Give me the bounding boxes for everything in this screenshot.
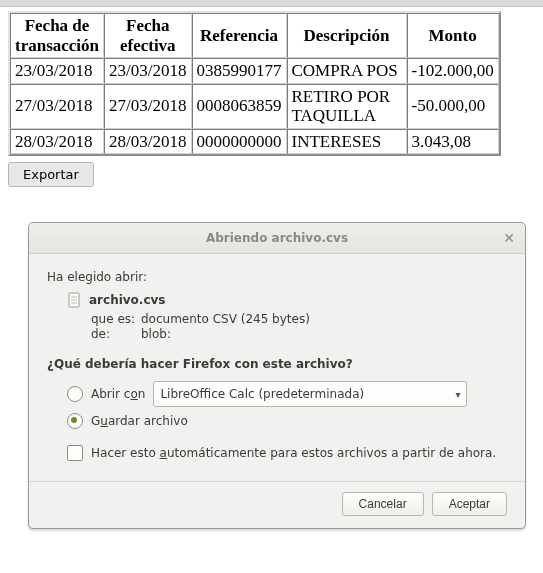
radio-save-file[interactable]	[67, 413, 83, 429]
dialog-separator	[29, 481, 525, 482]
que-es-value: documento CSV (245 bytes)	[141, 312, 310, 326]
cell-descripcion: INTERESES	[287, 129, 407, 155]
action-question: ¿Qué debería hacer Firefox con este arch…	[47, 357, 507, 371]
table-row: 28/03/2018 28/03/2018 0000000000 INTERES…	[10, 129, 499, 155]
table-row: 23/03/2018 23/03/2018 0385990177 COMPRA …	[10, 58, 499, 84]
cell-descripcion: RETIRO POR TAQUILLA	[287, 84, 407, 129]
cancel-button[interactable]: Cancelar	[342, 492, 424, 516]
de-label: de:	[91, 327, 137, 341]
cell-monto: -50.000,00	[407, 84, 499, 129]
export-button[interactable]: Exportar	[8, 162, 94, 187]
th-descripcion: Descripción	[287, 13, 407, 58]
cell-transaccion: 23/03/2018	[10, 58, 104, 84]
auto-label: Hacer esto automáticamente para estos ar…	[91, 446, 496, 460]
th-referencia: Referencia	[192, 13, 287, 58]
cell-transaccion: 28/03/2018	[10, 129, 104, 155]
open-with-option[interactable]: Abrir con LibreOffice Calc (predetermina…	[67, 381, 507, 407]
open-with-label: Abrir con	[91, 387, 145, 401]
open-with-app-label: LibreOffice Calc (predeterminada)	[160, 387, 364, 401]
open-with-combo[interactable]: LibreOffice Calc (predeterminada) ▾	[153, 381, 467, 407]
auto-checkbox[interactable]	[67, 445, 83, 461]
cell-monto: -102.000,00	[407, 58, 499, 84]
save-file-option[interactable]: Guardar archivo	[67, 413, 507, 429]
dialog-titlebar[interactable]: Abriendo archivo.cvs ✕	[29, 223, 525, 254]
cell-efectiva: 27/03/2018	[104, 84, 191, 129]
transactions-table: Fecha de transacción Fecha efectiva Refe…	[8, 11, 501, 156]
file-meta: que es: documento CSV (245 bytes) de: bl…	[91, 312, 507, 341]
close-icon[interactable]: ✕	[501, 230, 517, 246]
de-value: blob:	[141, 327, 171, 341]
save-file-label: Guardar archivo	[91, 414, 188, 428]
table-row: 27/03/2018 27/03/2018 0008063859 RETIRO …	[10, 84, 499, 129]
file-icon	[67, 292, 83, 308]
cell-monto: 3.043,08	[407, 129, 499, 155]
cell-efectiva: 23/03/2018	[104, 58, 191, 84]
chosen-to-open-label: Ha elegido abrir:	[47, 270, 507, 284]
radio-open-with[interactable]	[67, 386, 83, 402]
table-header-row: Fecha de transacción Fecha efectiva Refe…	[10, 13, 499, 58]
cell-descripcion: COMPRA POS	[287, 58, 407, 84]
page-content: Fecha de transacción Fecha efectiva Refe…	[0, 7, 543, 187]
chevron-down-icon: ▾	[455, 389, 460, 400]
window-chrome-strip	[0, 0, 543, 7]
cell-transaccion: 27/03/2018	[10, 84, 104, 129]
th-monto: Monto	[407, 13, 499, 58]
cell-efectiva: 28/03/2018	[104, 129, 191, 155]
accept-button[interactable]: Aceptar	[432, 492, 507, 516]
th-transaccion: Fecha de transacción	[10, 13, 104, 58]
auto-checkbox-row[interactable]: Hacer esto automáticamente para estos ar…	[67, 445, 507, 461]
file-row: archivo.cvs	[67, 292, 507, 308]
cell-referencia: 0385990177	[192, 58, 287, 84]
cell-referencia: 0008063859	[192, 84, 287, 129]
dialog-button-row: Cancelar Aceptar	[47, 492, 507, 516]
cell-referencia: 0000000000	[192, 129, 287, 155]
que-es-label: que es:	[91, 312, 137, 326]
file-name: archivo.cvs	[89, 293, 166, 307]
dialog-body: Ha elegido abrir: archivo.cvs que es: do…	[29, 254, 525, 528]
dialog-title: Abriendo archivo.cvs	[206, 231, 348, 245]
download-dialog: Abriendo archivo.cvs ✕ Ha elegido abrir:…	[28, 222, 526, 529]
th-efectiva: Fecha efectiva	[104, 13, 191, 58]
